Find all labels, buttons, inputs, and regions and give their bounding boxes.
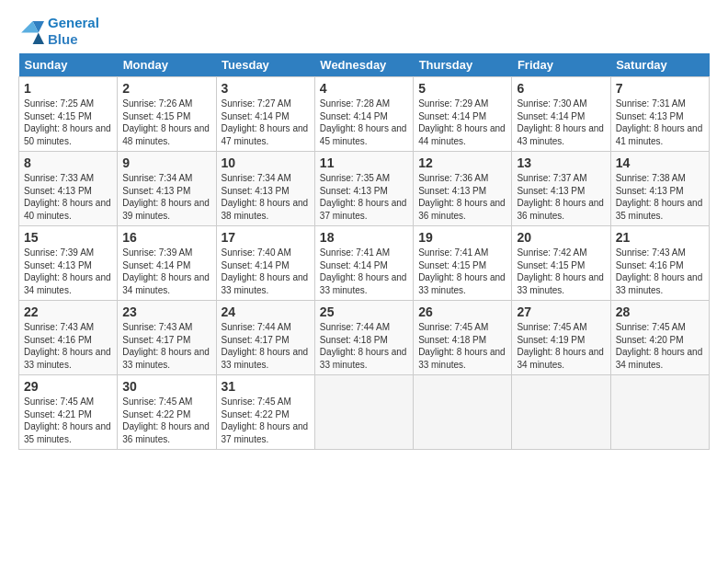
cell-content: Sunrise: 7:29 AMSunset: 4:14 PMDaylight:… — [418, 98, 506, 146]
cell-content: Sunrise: 7:43 AMSunset: 4:16 PMDaylight:… — [616, 247, 703, 295]
day-cell: 5 Sunrise: 7:29 AMSunset: 4:14 PMDayligh… — [414, 77, 512, 152]
day-cell: 17 Sunrise: 7:40 AMSunset: 4:14 PMDaylig… — [216, 226, 314, 301]
cell-content: Sunrise: 7:45 AMSunset: 4:18 PMDaylight:… — [418, 322, 506, 370]
cell-content: Sunrise: 7:35 AMSunset: 4:13 PMDaylight:… — [320, 173, 407, 221]
day-cell: 19 Sunrise: 7:41 AMSunset: 4:15 PMDaylig… — [414, 226, 512, 301]
week-row: 1 Sunrise: 7:25 AMSunset: 4:15 PMDayligh… — [19, 77, 710, 152]
cell-content: Sunrise: 7:38 AMSunset: 4:13 PMDaylight:… — [616, 173, 703, 221]
day-cell: 6 Sunrise: 7:30 AMSunset: 4:14 PMDayligh… — [512, 77, 610, 152]
day-cell: 25 Sunrise: 7:44 AMSunset: 4:18 PMDaylig… — [314, 301, 413, 375]
col-wednesday: Wednesday — [314, 53, 413, 77]
week-row: 29 Sunrise: 7:45 AMSunset: 4:21 PMDaylig… — [19, 375, 710, 450]
week-row: 15 Sunrise: 7:39 AMSunset: 4:13 PMDaylig… — [19, 226, 710, 301]
cell-content: Sunrise: 7:31 AMSunset: 4:13 PMDaylight:… — [616, 98, 703, 146]
cell-content: Sunrise: 7:44 AMSunset: 4:17 PMDaylight:… — [222, 322, 309, 370]
cell-content: Sunrise: 7:41 AMSunset: 4:14 PMDaylight:… — [320, 247, 407, 295]
col-friday: Friday — [512, 53, 610, 77]
day-number: 14 — [616, 155, 704, 170]
day-number: 13 — [517, 155, 605, 170]
day-number: 3 — [222, 81, 310, 96]
day-number: 29 — [24, 379, 112, 394]
day-cell: 24 Sunrise: 7:44 AMSunset: 4:17 PMDaylig… — [216, 301, 314, 375]
day-number: 15 — [24, 230, 112, 245]
week-row: 22 Sunrise: 7:43 AMSunset: 4:16 PMDaylig… — [19, 301, 710, 375]
cell-content: Sunrise: 7:25 AMSunset: 4:15 PMDaylight:… — [24, 98, 111, 146]
day-cell: 22 Sunrise: 7:43 AMSunset: 4:16 PMDaylig… — [19, 301, 118, 375]
cell-content: Sunrise: 7:27 AMSunset: 4:14 PMDaylight:… — [222, 98, 309, 146]
day-number: 23 — [122, 304, 210, 319]
day-cell: 29 Sunrise: 7:45 AMSunset: 4:21 PMDaylig… — [19, 375, 118, 450]
empty-cell — [314, 375, 413, 450]
logo-general: General — [48, 15, 99, 30]
cell-content: Sunrise: 7:26 AMSunset: 4:15 PMDaylight:… — [122, 98, 210, 146]
cell-content: Sunrise: 7:40 AMSunset: 4:14 PMDaylight:… — [222, 247, 309, 295]
day-number: 8 — [24, 155, 112, 170]
empty-cell — [512, 375, 610, 450]
cell-content: Sunrise: 7:33 AMSunset: 4:13 PMDaylight:… — [24, 173, 111, 221]
day-cell: 21 Sunrise: 7:43 AMSunset: 4:16 PMDaylig… — [610, 226, 709, 301]
day-cell: 30 Sunrise: 7:45 AMSunset: 4:22 PMDaylig… — [118, 375, 216, 450]
day-number: 28 — [616, 304, 704, 319]
logo-icon — [18, 18, 44, 44]
cell-content: Sunrise: 7:45 AMSunset: 4:22 PMDaylight:… — [222, 396, 309, 444]
header: General Blue — [18, 15, 710, 48]
cell-content: Sunrise: 7:34 AMSunset: 4:13 PMDaylight:… — [222, 173, 309, 221]
day-cell: 4 Sunrise: 7:28 AMSunset: 4:14 PMDayligh… — [314, 77, 413, 152]
day-cell: 28 Sunrise: 7:45 AMSunset: 4:20 PMDaylig… — [610, 301, 709, 375]
page: General Blue Sunday Monday Tuesday Wedne… — [0, 0, 728, 459]
day-number: 25 — [320, 304, 408, 319]
cell-content: Sunrise: 7:41 AMSunset: 4:15 PMDaylight:… — [418, 247, 506, 295]
day-cell: 2 Sunrise: 7:26 AMSunset: 4:15 PMDayligh… — [118, 77, 216, 152]
day-number: 1 — [24, 81, 112, 96]
day-cell: 8 Sunrise: 7:33 AMSunset: 4:13 PMDayligh… — [19, 152, 118, 226]
calendar-table: Sunday Monday Tuesday Wednesday Thursday… — [18, 53, 710, 450]
cell-content: Sunrise: 7:28 AMSunset: 4:14 PMDaylight:… — [320, 98, 407, 146]
cell-content: Sunrise: 7:34 AMSunset: 4:13 PMDaylight:… — [122, 173, 210, 221]
logo-text: General Blue — [48, 15, 99, 48]
cell-content: Sunrise: 7:45 AMSunset: 4:19 PMDaylight:… — [517, 322, 604, 370]
day-number: 22 — [24, 304, 112, 319]
day-number: 12 — [418, 155, 506, 170]
day-number: 7 — [616, 81, 704, 96]
svg-marker-1 — [33, 33, 44, 44]
col-saturday: Saturday — [610, 53, 709, 77]
day-number: 9 — [122, 155, 210, 170]
day-cell: 26 Sunrise: 7:45 AMSunset: 4:18 PMDaylig… — [414, 301, 512, 375]
cell-content: Sunrise: 7:36 AMSunset: 4:13 PMDaylight:… — [418, 173, 506, 221]
day-number: 16 — [122, 230, 210, 245]
col-thursday: Thursday — [414, 53, 512, 77]
logo-blue: Blue — [48, 31, 78, 47]
logo: General Blue — [18, 15, 99, 48]
day-cell: 10 Sunrise: 7:34 AMSunset: 4:13 PMDaylig… — [216, 152, 314, 226]
empty-cell — [414, 375, 512, 450]
cell-content: Sunrise: 7:45 AMSunset: 4:22 PMDaylight:… — [122, 396, 210, 444]
day-cell: 7 Sunrise: 7:31 AMSunset: 4:13 PMDayligh… — [610, 77, 709, 152]
week-row: 8 Sunrise: 7:33 AMSunset: 4:13 PMDayligh… — [19, 152, 710, 226]
cell-content: Sunrise: 7:45 AMSunset: 4:21 PMDaylight:… — [24, 396, 111, 444]
day-cell: 9 Sunrise: 7:34 AMSunset: 4:13 PMDayligh… — [118, 152, 216, 226]
day-number: 26 — [418, 304, 506, 319]
day-cell: 20 Sunrise: 7:42 AMSunset: 4:15 PMDaylig… — [512, 226, 610, 301]
day-cell: 1 Sunrise: 7:25 AMSunset: 4:15 PMDayligh… — [19, 77, 118, 152]
cell-content: Sunrise: 7:37 AMSunset: 4:13 PMDaylight:… — [517, 173, 604, 221]
day-number: 10 — [222, 155, 310, 170]
day-number: 31 — [222, 379, 310, 394]
day-number: 27 — [517, 304, 605, 319]
col-monday: Monday — [118, 53, 216, 77]
cell-content: Sunrise: 7:44 AMSunset: 4:18 PMDaylight:… — [320, 322, 407, 370]
day-number: 21 — [616, 230, 704, 245]
day-cell: 31 Sunrise: 7:45 AMSunset: 4:22 PMDaylig… — [216, 375, 314, 450]
day-cell: 23 Sunrise: 7:43 AMSunset: 4:17 PMDaylig… — [118, 301, 216, 375]
day-number: 5 — [418, 81, 506, 96]
day-number: 2 — [122, 81, 210, 96]
day-cell: 27 Sunrise: 7:45 AMSunset: 4:19 PMDaylig… — [512, 301, 610, 375]
day-number: 6 — [517, 81, 605, 96]
day-cell: 11 Sunrise: 7:35 AMSunset: 4:13 PMDaylig… — [314, 152, 413, 226]
day-cell: 18 Sunrise: 7:41 AMSunset: 4:14 PMDaylig… — [314, 226, 413, 301]
header-row: Sunday Monday Tuesday Wednesday Thursday… — [19, 53, 710, 77]
day-cell: 12 Sunrise: 7:36 AMSunset: 4:13 PMDaylig… — [414, 152, 512, 226]
col-sunday: Sunday — [19, 53, 118, 77]
day-number: 17 — [222, 230, 310, 245]
day-cell: 13 Sunrise: 7:37 AMSunset: 4:13 PMDaylig… — [512, 152, 610, 226]
col-tuesday: Tuesday — [216, 53, 314, 77]
